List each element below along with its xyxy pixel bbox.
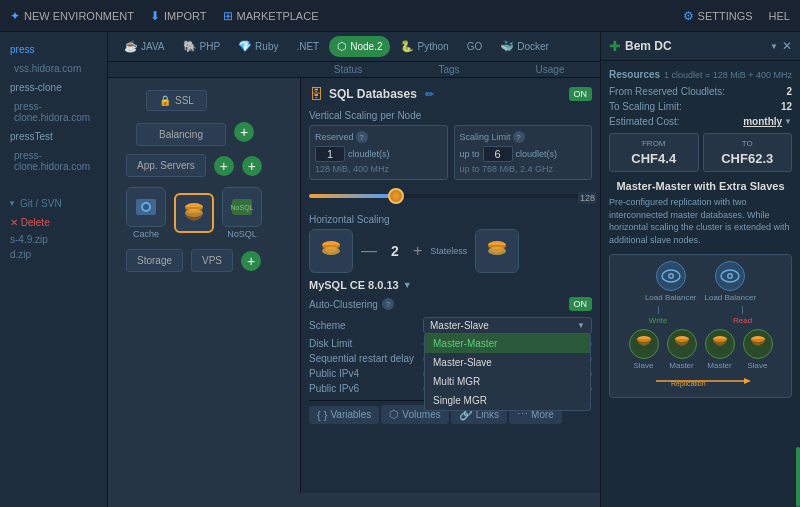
file-item-1: s-4.9.zip (0, 232, 107, 247)
resources-row: Resources 1 cloudlet = 128 MiB + 400 MHz (609, 69, 792, 80)
scheme-chevron-down-icon: ▼ (577, 321, 585, 330)
col-header-status: Status (308, 64, 388, 75)
volumes-icon: ⬡ (389, 408, 399, 421)
minus-button[interactable]: — (361, 242, 377, 260)
tab-php[interactable]: 🐘 PHP (175, 36, 229, 57)
lb-eye-icon (661, 269, 681, 283)
php-icon: 🐘 (183, 40, 197, 53)
delete-button[interactable]: ✕ Delete (0, 213, 107, 232)
mysql-version-text: MySQL CE 8.0.13 (309, 279, 399, 291)
cache-node[interactable] (126, 187, 166, 227)
topo-slave-1-icon (629, 329, 659, 359)
lb-eye-icon-2 (720, 269, 740, 283)
add-app-server-button-2[interactable]: + (242, 156, 262, 176)
topo-slave-2-icon (743, 329, 773, 359)
main-layout: press vss.hidora.com press-clone press-c… (0, 32, 800, 507)
panel-close-button[interactable]: ✕ (782, 39, 792, 53)
app-servers-button[interactable]: App. Servers (126, 154, 206, 177)
h-scale-icon-left (309, 229, 353, 273)
resources-label: Resources (609, 69, 660, 80)
tab-go[interactable]: GO (459, 37, 491, 56)
mysql-version-arrow: ▼ (403, 280, 412, 290)
topo-write-read-row: Write Read (616, 316, 785, 325)
dropdown-master-master[interactable]: Master-Master (425, 334, 590, 353)
add-app-server-button[interactable]: + (214, 156, 234, 176)
price-from-box: FROM CHF4.4 (609, 133, 699, 172)
ssl-button[interactable]: 🔒 SSL (146, 90, 207, 111)
tab-variables[interactable]: { } Variables (309, 406, 379, 424)
autoclustering-info-icon[interactable]: ? (382, 298, 394, 310)
dropdown-multi-mgr[interactable]: Multi MGR (425, 372, 590, 391)
tab-java[interactable]: ☕ JAVA (116, 36, 173, 57)
topo-lb-row: Load Balancer Load Balancer (616, 261, 785, 302)
from-reserved-key: From Reserved Cloudlets: (609, 86, 786, 97)
nosql-node[interactable]: NoSQL (222, 187, 262, 227)
h-scale-mysql-icon (317, 237, 345, 265)
topo-master-2: Master (705, 329, 735, 370)
estimated-value[interactable]: monthly (743, 116, 782, 127)
autoclustering-toggle[interactable]: ON (569, 297, 593, 311)
tab-net[interactable]: .NET (288, 37, 327, 56)
replication-line-svg: Replication (636, 374, 766, 388)
scaling-limit-input[interactable] (483, 146, 513, 162)
right-panel: ✚ Bem DC ▼ ✕ Resources 1 cloudlet = 128 … (600, 32, 800, 507)
plus-icon: ✦ (10, 9, 20, 23)
col-headers: Status Tags Usage (108, 62, 600, 78)
restart-delay-label: Sequential restart delay (309, 353, 419, 364)
sql-toggle[interactable]: ON (569, 87, 593, 101)
cache-icon (132, 193, 160, 221)
sidebar-item-presstest[interactable]: pressTest (0, 125, 107, 148)
tab-docker[interactable]: 🐳 Docker (492, 36, 557, 57)
topo-lb-1-icon (656, 261, 686, 291)
scaling-limit-sub: up to 768 MiB, 2.4 GHz (460, 164, 587, 174)
scaling-slider-thumb[interactable] (388, 188, 404, 204)
sidebar-item-press[interactable]: press (0, 38, 107, 61)
new-env-button[interactable]: ✦ NEW ENVIRONMENT (10, 9, 134, 23)
scaling-limit-info-icon[interactable]: ? (513, 131, 525, 143)
plus-counter-button[interactable]: + (413, 242, 422, 260)
h-scale-icon-right (475, 229, 519, 273)
topo-slave-1: Slave (629, 329, 659, 370)
sql-edit-icon[interactable]: ✏ (425, 88, 434, 101)
nosql-node-wrapper: NoSQL NoSQL (222, 187, 262, 239)
balancing-button[interactable]: Balancing (136, 123, 226, 146)
python-icon: 🐍 (400, 40, 414, 53)
panel-chevron-down-icon[interactable]: ▼ (770, 42, 778, 51)
topo-lb-2: Load Balancer (705, 261, 757, 302)
topo-lb-2-label: Load Balancer (705, 293, 757, 302)
tab-python[interactable]: 🐍 Python (392, 36, 456, 57)
import-icon: ⬇ (150, 9, 160, 23)
reserved-input[interactable] (315, 146, 345, 162)
mysql-node-selected[interactable] (174, 193, 214, 233)
storage-button[interactable]: Storage (126, 249, 183, 272)
add-balancing-button[interactable]: + (234, 122, 254, 142)
price-from-value: CHF4.4 (615, 151, 693, 166)
sidebar-item-press-clone-url: press-clone.hidora.com (0, 99, 107, 125)
scheme-dropdown[interactable]: Master-Slave ▼ Master-Master Master-Slav… (423, 317, 592, 334)
add-storage-button[interactable]: + (241, 251, 261, 271)
vps-button[interactable]: VPS (191, 249, 233, 272)
help-button[interactable]: HEL (769, 10, 790, 22)
settings-button[interactable]: ⚙ SETTINGS (683, 9, 753, 23)
sidebar-item-press-clone[interactable]: press-clone (0, 76, 107, 99)
reserved-label: Reserved ? (315, 131, 442, 143)
center-content: ☕ JAVA 🐘 PHP 💎 Ruby .NET ⬡ Node.2 🐍 Pyth… (108, 32, 600, 507)
dropdown-master-slave[interactable]: Master-Slave (425, 353, 590, 372)
canvas-area: 🔒 SSL Balancing + App. Servers + + (108, 78, 600, 493)
tab-ruby[interactable]: 💎 Ruby (230, 36, 286, 57)
estimated-key: Estimated Cost: (609, 116, 743, 127)
tab-nodejs[interactable]: ⬡ Node.2 (329, 36, 390, 57)
marketplace-button[interactable]: ⊞ MARKETPLACE (223, 9, 319, 23)
nosql-label: NoSQL (227, 229, 257, 239)
sql-db-icon: 🗄 (309, 86, 323, 102)
estimated-chevron-down-icon[interactable]: ▼ (784, 117, 792, 126)
git-svn-section[interactable]: ▼ Git / SVN (0, 194, 107, 213)
dropdown-single-mgr[interactable]: Single MGR (425, 391, 590, 410)
sidebar-item-presstest-url: press-clone.hidora.com (0, 148, 107, 174)
reserved-value-row: cloudlet(s) (315, 146, 442, 162)
file-item-2: d.zip (0, 247, 107, 262)
h-scale-row: — 2 + Stateless (309, 229, 592, 273)
import-button[interactable]: ⬇ IMPORT (150, 9, 207, 23)
reserved-info-icon[interactable]: ? (356, 131, 368, 143)
topology-desc: Pre-configured replication with two inte… (609, 196, 792, 246)
